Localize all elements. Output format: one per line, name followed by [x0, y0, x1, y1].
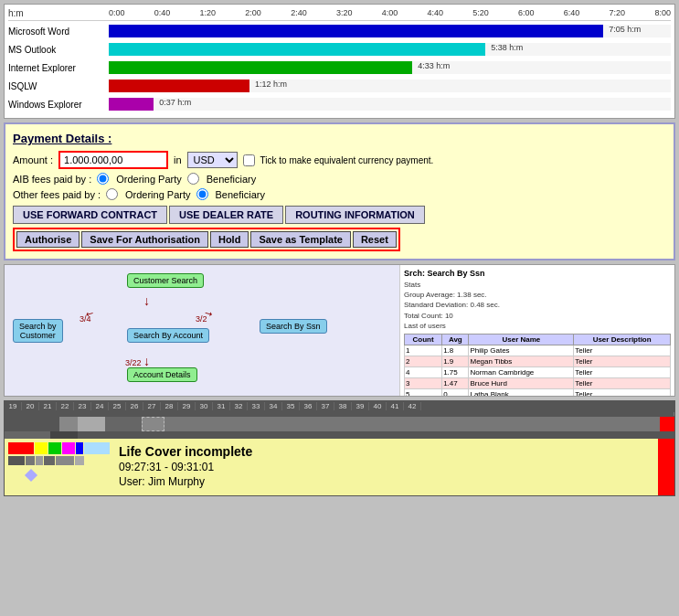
timeline-section: 1920212223242526272829303132333435363738…: [4, 400, 675, 496]
other-beneficiary-radio[interactable]: Beneficiary: [196, 188, 265, 200]
timeline-number: 36: [300, 402, 317, 410]
chart-bar-value-label: 7:05 h:m: [609, 25, 641, 34]
chart-bar-area: 4:33 h:m: [109, 61, 671, 74]
table-cell: Bruce Hurd: [469, 377, 574, 388]
diagram-stats: StatsGroup Average: 1.38 sec.Standard De…: [404, 280, 671, 331]
timeline-number: 20: [22, 402, 39, 410]
tl-red-end: [660, 417, 674, 431]
hold-button[interactable]: Hold: [210, 231, 249, 248]
bar-chart-section: h:m 0:000:401:202:002:403:204:004:405:20…: [4, 4, 675, 119]
table-row: 11.8Philip GatesTeller: [405, 345, 671, 356]
timeline-number: 21: [39, 402, 57, 410]
chart-app-name: Windows Explorer: [8, 100, 109, 110]
chart-axis-label: h:m: [8, 8, 109, 18]
chart-app-name: Internet Explorer: [8, 63, 109, 73]
search-account-node: Search By Account: [127, 328, 209, 343]
search-customer-node: Search byCustomer: [13, 319, 63, 343]
cb-dark3: [36, 456, 43, 465]
forward-contract-button[interactable]: USE FORWARD CONTRACT: [13, 206, 167, 224]
table-cell: 5: [405, 388, 442, 397]
col-avg: Avg: [442, 334, 469, 345]
col-username: User Name: [469, 334, 574, 345]
chart-bar-area: 5:38 h:m: [109, 43, 671, 56]
arrow-label-3: 3/22: [125, 358, 142, 367]
timeline-info-area: Life Cover incomplete 09:27:31 - 09:31:0…: [5, 439, 674, 495]
equivalent-currency-checkbox[interactable]: [243, 154, 255, 166]
table-cell: Megan Tibbs: [469, 356, 574, 366]
tl-seg-dashed: [142, 417, 164, 431]
chart-app-name: ISQLW: [8, 81, 109, 91]
timeline-number: 41: [387, 402, 404, 410]
dealer-rate-button[interactable]: USE DEALER RATE: [169, 206, 283, 224]
table-cell: 1.47: [442, 377, 469, 388]
tick-label: Tick to make equivalent currency payment…: [260, 155, 434, 165]
chart-bar-value-label: 0:37 h:m: [159, 98, 191, 107]
save-for-auth-button[interactable]: Save For Authorisation: [81, 231, 208, 248]
aib-beneficiary-radio[interactable]: Beneficiary: [187, 173, 256, 185]
payment-section: Payment Details : Amount : in USD EUR GB…: [4, 122, 675, 260]
chart-bar-area: 1:12 h:m: [109, 80, 671, 92]
chart-bar: [109, 80, 249, 92]
save-template-button[interactable]: Save as Template: [250, 231, 351, 248]
table-cell: Teller: [574, 356, 671, 366]
diagram-left: Customer Search Search byCustomer Search…: [5, 265, 400, 396]
auth-buttons-wrapper: Authorise Save For Authorisation Hold Sa…: [13, 228, 400, 251]
currency-select[interactable]: USD EUR GBP: [187, 152, 238, 168]
amount-label: Amount :: [13, 154, 53, 165]
timeline-number: 31: [213, 402, 230, 410]
tl-seg-rest: [164, 417, 674, 431]
chart-row: ISQLW1:12 h:m: [8, 78, 671, 94]
timeline-number: 24: [91, 402, 109, 410]
chart-bar: [109, 25, 603, 37]
aib-ordering-radio[interactable]: Ordering Party: [97, 173, 182, 185]
tl-seg-gray2: [59, 417, 78, 431]
table-cell: 1: [405, 345, 442, 356]
timeline-number: 39: [352, 402, 369, 410]
cb-dark2: [26, 456, 35, 465]
timeline-event-time: 09:27:31 - 09:31:01: [119, 461, 252, 473]
cb-dark5: [56, 456, 74, 465]
timeline-diamond: [27, 471, 110, 480]
chart-rows: Microsoft Word7:05 h:mMS Outlook5:38 h:m…: [8, 23, 671, 112]
timeline-right-red: [658, 439, 674, 495]
routing-info-button[interactable]: ROUTING INFORMATION: [285, 206, 425, 224]
chart-row: Microsoft Word7:05 h:m: [8, 23, 671, 39]
diagram-table: Count Avg User Name User Description 11.…: [404, 334, 671, 397]
table-cell: Teller: [574, 366, 671, 377]
cb-yellow: [35, 442, 48, 454]
table-cell: Teller: [574, 345, 671, 356]
other-ordering-radio[interactable]: Ordering Party: [106, 188, 191, 200]
table-cell: 1.75: [442, 366, 469, 377]
timeline-number: 29: [178, 402, 196, 410]
table-cell: 1.8: [442, 345, 469, 356]
payment-title: Payment Details :: [13, 132, 666, 145]
chart-bar-value-label: 5:38 h:m: [491, 43, 523, 52]
reset-button[interactable]: Reset: [353, 231, 397, 248]
table-row: 31.47Bruce HurdTeller: [405, 377, 671, 388]
aib-fees-row: AIB fees paid by : Ordering Party Benefi…: [13, 173, 666, 185]
timeline-event-title: Life Cover incomplete: [119, 444, 252, 459]
timeline-number: 26: [126, 402, 143, 410]
chart-bar-value-label: 1:12 h:m: [255, 80, 287, 89]
amount-input[interactable]: [58, 151, 168, 169]
chart-row: MS Outlook5:38 h:m: [8, 41, 671, 58]
cb-dark6: [75, 456, 84, 465]
table-cell: 0: [442, 388, 469, 397]
chart-bar: [109, 98, 154, 111]
table-cell: Teller: [574, 388, 671, 397]
cb-blue: [76, 442, 83, 454]
timeline-text-area: Life Cover incomplete 09:27:31 - 09:31:0…: [113, 439, 258, 495]
timeline-number: 30: [196, 402, 213, 410]
diagram-section: Customer Search Search byCustomer Search…: [4, 264, 675, 397]
table-row: 21.9Megan TibbsTeller: [405, 356, 671, 366]
timeline-number: 27: [143, 402, 161, 410]
color-bar-row-2: [8, 456, 110, 465]
color-bar-row-1: [8, 442, 110, 454]
timeline-thin-row: [5, 431, 674, 439]
authorise-button[interactable]: Authorise: [16, 231, 80, 248]
search-ssn-node: Search By Ssn: [260, 319, 327, 334]
arrow-down-1: ↓: [143, 293, 150, 308]
timeline-number: 22: [57, 402, 74, 410]
cb-green: [48, 442, 61, 454]
cb-dark4: [44, 456, 55, 465]
